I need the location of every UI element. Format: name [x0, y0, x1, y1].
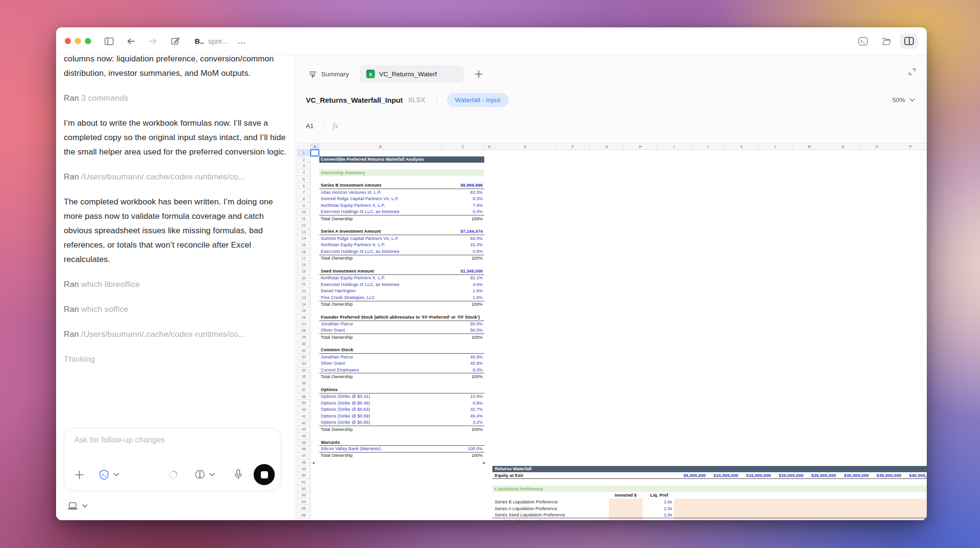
- selected-cell-a1[interactable]: [310, 149, 319, 156]
- row-header-52[interactable]: 52: [297, 486, 311, 492]
- row-header-27[interactable]: 27: [297, 321, 311, 328]
- row-header-54[interactable]: 54: [297, 499, 311, 505]
- row-header-6[interactable]: 6: [297, 183, 311, 190]
- row-header-24[interactable]: 24: [297, 301, 311, 308]
- row-header-37[interactable]: 37: [297, 387, 311, 393]
- compose-icon[interactable]: [168, 35, 182, 48]
- close-traffic-light[interactable]: [65, 38, 71, 44]
- row-header-47[interactable]: 47: [297, 453, 311, 459]
- command-line[interactable]: Ran 3 commands: [64, 91, 287, 106]
- row-header-1[interactable]: 1: [297, 150, 311, 156]
- row-header-41[interactable]: 41: [297, 413, 311, 420]
- column-header-E[interactable]: E: [495, 143, 556, 150]
- model-chevron-icon[interactable]: [209, 473, 215, 477]
- row-header-43[interactable]: 43: [297, 426, 311, 433]
- command-line[interactable]: Ran /Users/baumann/.cache/codex-runtimes…: [64, 327, 287, 342]
- row-header-45[interactable]: 45: [297, 440, 311, 446]
- row-header-23[interactable]: 23: [297, 295, 311, 301]
- row-header-13[interactable]: 13: [297, 229, 311, 236]
- row-header-57[interactable]: 57: [297, 518, 311, 520]
- row-header-38[interactable]: 38: [297, 393, 311, 400]
- column-header-C[interactable]: C: [442, 143, 484, 150]
- tab-file-active[interactable]: x VC_Returns_Waterf: [360, 65, 464, 83]
- row-header-49[interactable]: 49: [297, 466, 311, 473]
- zoom-control[interactable]: 50%: [892, 96, 915, 104]
- column-header-F[interactable]: F: [556, 143, 590, 150]
- row-header-20[interactable]: 20: [297, 275, 311, 282]
- column-header-H[interactable]: H: [624, 143, 657, 150]
- row-header-22[interactable]: 22: [297, 288, 311, 295]
- row-header-32[interactable]: 32: [297, 354, 311, 360]
- tab-summary[interactable]: Summary: [304, 67, 354, 82]
- row-header-30[interactable]: 30: [297, 341, 311, 347]
- column-header-N[interactable]: N: [827, 143, 860, 150]
- row-header-39[interactable]: 39: [297, 400, 311, 406]
- back-icon[interactable]: [124, 35, 138, 48]
- sheet-tab-chip[interactable]: Waterfall - Input: [447, 93, 509, 107]
- row-header-14[interactable]: 14: [297, 235, 311, 242]
- microphone-icon[interactable]: [234, 469, 242, 480]
- row-header-36[interactable]: 36: [297, 380, 311, 387]
- command-line[interactable]: Ran which libreoffice: [64, 277, 287, 292]
- row-header-3[interactable]: 3: [297, 163, 311, 169]
- sandbox-shield-icon[interactable]: [99, 469, 109, 480]
- column-header-K[interactable]: K: [725, 143, 758, 150]
- cell-reference-box[interactable]: A1: [306, 122, 324, 130]
- row-header-33[interactable]: 33: [297, 360, 311, 367]
- device-selector[interactable]: [68, 502, 88, 510]
- row-header-55[interactable]: 55: [297, 505, 311, 512]
- column-header-L[interactable]: L: [759, 143, 793, 150]
- spreadsheet-grid[interactable]: ABCDEFGHIJKLMNOP123456789101112131415161…: [297, 143, 927, 520]
- row-header-19[interactable]: 19: [297, 268, 311, 275]
- column-header-G[interactable]: G: [590, 143, 623, 150]
- row-header-42[interactable]: 42: [297, 420, 311, 427]
- row-header-25[interactable]: 25: [297, 308, 311, 314]
- row-header-31[interactable]: 31: [297, 347, 311, 354]
- composer[interactable]: Ask for follow-up changes: [64, 428, 281, 491]
- minimize-traffic-light[interactable]: [75, 38, 81, 44]
- row-header-34[interactable]: 34: [297, 367, 311, 374]
- row-header-51[interactable]: 51: [297, 479, 311, 486]
- sidebar-toggle-icon[interactable]: [102, 35, 116, 48]
- row-header-10[interactable]: 10: [297, 209, 311, 215]
- row-header-16[interactable]: 16: [297, 249, 311, 255]
- command-line[interactable]: Ran /Users/baumann/.cache/codex-runtimes…: [64, 170, 287, 184]
- row-header-11[interactable]: 11: [297, 215, 311, 222]
- command-line[interactable]: Ran which soffice: [64, 302, 287, 317]
- expand-panel-icon[interactable]: [908, 68, 916, 78]
- zoom-traffic-light[interactable]: [85, 38, 91, 44]
- row-header-8[interactable]: 8: [297, 196, 311, 203]
- row-header-50[interactable]: 50: [297, 472, 311, 479]
- row-header-46[interactable]: 46: [297, 446, 311, 453]
- grid-corner[interactable]: [297, 143, 311, 150]
- column-header-D[interactable]: D: [484, 143, 495, 150]
- column-header-B[interactable]: B: [319, 143, 442, 150]
- row-header-2[interactable]: 2: [297, 156, 311, 163]
- column-header-J[interactable]: J: [691, 143, 725, 150]
- stop-button[interactable]: [254, 464, 275, 485]
- row-header-48[interactable]: 48: [297, 459, 311, 466]
- column-header-M[interactable]: M: [793, 143, 826, 150]
- row-header-56[interactable]: 56: [297, 512, 311, 519]
- row-header-7[interactable]: 7: [297, 189, 311, 196]
- row-header-12[interactable]: 12: [297, 222, 311, 229]
- model-brain-icon[interactable]: [195, 470, 205, 479]
- terminal-icon[interactable]: [854, 34, 872, 49]
- row-header-15[interactable]: 15: [297, 242, 311, 249]
- row-header-26[interactable]: 26: [297, 314, 311, 321]
- row-header-29[interactable]: 29: [297, 334, 311, 341]
- toggle-panel-icon[interactable]: [900, 34, 918, 49]
- row-header-17[interactable]: 17: [297, 255, 311, 262]
- row-header-53[interactable]: 53: [297, 492, 311, 499]
- row-header-35[interactable]: 35: [297, 373, 311, 380]
- row-header-5[interactable]: 5: [297, 176, 311, 183]
- row-header-44[interactable]: 44: [297, 433, 311, 440]
- row-header-9[interactable]: 9: [297, 203, 311, 209]
- row-header-18[interactable]: 18: [297, 262, 311, 268]
- row-header-28[interactable]: 28: [297, 327, 311, 334]
- folder-icon[interactable]: [877, 34, 895, 49]
- attach-plus-icon[interactable]: [72, 467, 86, 482]
- add-tab-button[interactable]: [472, 67, 486, 81]
- row-header-4[interactable]: 4: [297, 169, 311, 176]
- row-header-40[interactable]: 40: [297, 406, 311, 413]
